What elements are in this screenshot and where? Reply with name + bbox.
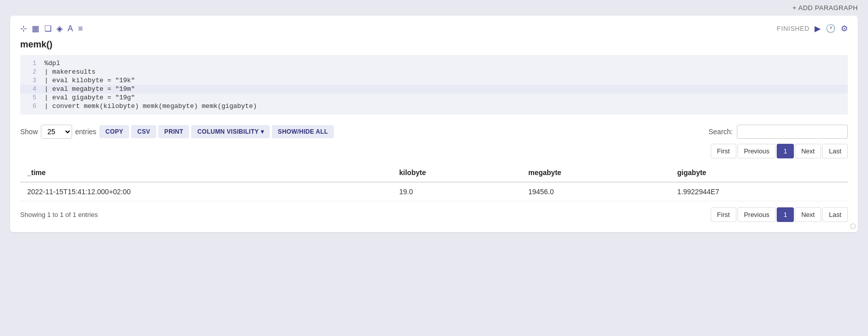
next-button-bottom[interactable]: Next [795,207,822,222]
line-num-5: 5 [26,94,36,101]
print-button[interactable]: PRINT [158,125,190,138]
code-line: 6 | convert memk(kilobyte) memk(megabyte… [20,102,848,110]
search-input[interactable] [737,125,848,139]
pagination-bottom: First Previous 1 Next Last [711,207,848,222]
code-line: 5 | eval gigabyte = "19g" [20,93,848,102]
line-content-5: | eval gigabyte = "19g" [44,94,135,101]
code-block: 1 %dpl 2 | makeresults 3 | eval kilobyte… [20,55,848,115]
page-1-button-top[interactable]: 1 [777,144,793,158]
code-line: 3 | eval kilobyte = "19k" [20,76,848,85]
copy-button[interactable]: COPY [99,125,129,138]
text-icon[interactable]: A [68,24,73,33]
page-1-button-bottom[interactable]: 1 [777,207,793,222]
col-header-time: _time [20,163,392,182]
table-icon[interactable]: ▦ [32,24,39,33]
cell-megabyte: 19456.0 [521,182,670,201]
first-button-top[interactable]: First [711,144,736,158]
list-icon[interactable]: ≡ [78,24,83,33]
copy-cell-icon[interactable]: ❏ [44,24,51,33]
status-label: FINISHED [777,25,809,32]
entries-label: entries [75,128,96,136]
last-button-top[interactable]: Last [822,144,848,158]
previous-button-bottom[interactable]: Previous [737,207,776,222]
resize-handle[interactable]: ⬡ [850,222,856,230]
line-num-4: 4 [26,86,36,93]
col-header-kilobyte: kilobyte [392,163,522,182]
block-title: memk() [20,39,848,50]
line-content-6: | convert memk(kilobyte) memk(megabyte) … [44,102,257,110]
csv-button[interactable]: CSV [131,125,156,138]
line-num-3: 3 [26,77,36,84]
pagination-top: First Previous 1 Next Last [20,144,848,158]
card-toolbar: ⊹ ▦ ❏ ◈ A ≡ FINISHED ▶ 🕐 ⚙ [20,24,848,33]
column-visibility-button[interactable]: COLUMN VISIBILITY ▾ [191,125,269,138]
search-label: Search: [709,128,733,136]
line-content-4: | eval megabyte = "19m" [44,85,135,93]
controls-row: Show 10 25 50 100 entries COPY CSV PRINT… [20,125,848,139]
clock-icon[interactable]: 🕐 [826,24,836,33]
code-line: 1 %dpl [20,59,848,68]
col-header-gigabyte: gigabyte [670,163,848,182]
main-card: ⊹ ▦ ❏ ◈ A ≡ FINISHED ▶ 🕐 ⚙ memk() 1 %dpl… [10,16,858,232]
paint-icon[interactable]: ◈ [56,24,63,33]
toolbar-right: FINISHED ▶ 🕐 ⚙ [777,24,848,33]
cell-time: 2022-11-15T15:41:12.000+02:00 [20,182,392,201]
col-header-megabyte: megabyte [521,163,670,182]
line-num-1: 1 [26,60,36,67]
show-hide-all-button[interactable]: SHOW/HIDE ALL [272,125,334,138]
cell-kilobyte: 19.0 [392,182,522,201]
entries-select[interactable]: 10 25 50 100 [41,125,72,139]
run-icon[interactable]: ▶ [815,24,821,33]
table-footer: Showing 1 to 1 of 1 entries First Previo… [20,207,848,222]
show-label: Show [20,128,38,136]
add-paragraph-button[interactable]: + ADD PARAGRAPH [792,4,858,12]
line-content-1: %dpl [44,60,60,67]
data-table: _time kilobyte megabyte gigabyte 2022-11… [20,163,848,201]
toolbar-left: ⊹ ▦ ❏ ◈ A ≡ [20,24,83,33]
top-bar: + ADD PARAGRAPH [0,0,868,16]
action-buttons: COPY CSV PRINT COLUMN VISIBILITY ▾ SHOW/… [99,125,334,138]
code-line: 4 | eval megabyte = "19m" [20,85,848,93]
line-num-6: 6 [26,103,36,110]
cell-gigabyte: 1.9922944E7 [670,182,848,201]
showing-label: Showing 1 to 1 of 1 entries [20,211,98,218]
table-header-row: _time kilobyte megabyte gigabyte [20,163,848,182]
previous-button-top[interactable]: Previous [737,144,776,158]
line-num-2: 2 [26,69,36,76]
code-line: 2 | makeresults [20,68,848,76]
line-content-3: | eval kilobyte = "19k" [44,77,135,84]
controls-right: Search: [709,125,848,139]
table-row: 2022-11-15T15:41:12.000+02:00 19.0 19456… [20,182,848,201]
settings-icon[interactable]: ⚙ [841,24,848,33]
first-button-bottom[interactable]: First [711,207,736,222]
line-content-2: | makeresults [44,68,95,76]
move-icon[interactable]: ⊹ [20,24,27,33]
last-button-bottom[interactable]: Last [822,207,848,222]
next-button-top[interactable]: Next [795,144,822,158]
controls-left: Show 10 25 50 100 entries COPY CSV PRINT… [20,125,334,139]
